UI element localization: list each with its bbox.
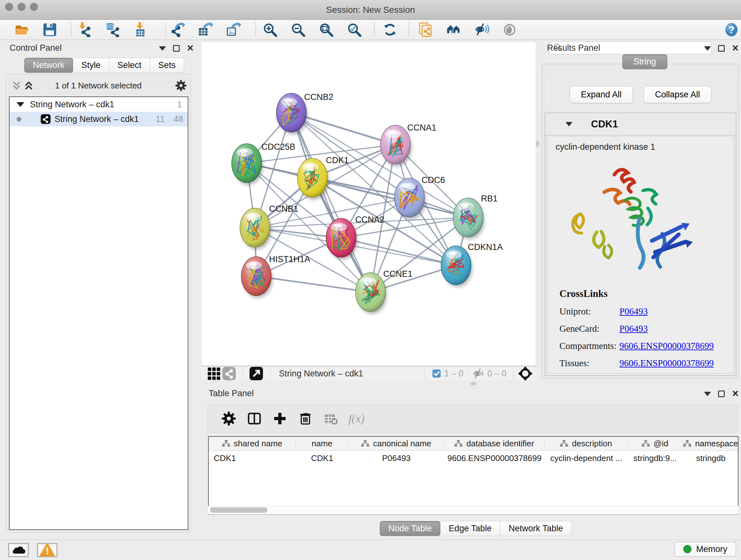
control-panel-title: Control Panel xyxy=(10,43,62,53)
show-graphics-details-icon[interactable] xyxy=(502,22,518,37)
network-options-gear-icon[interactable] xyxy=(175,79,187,92)
tab-select[interactable]: Select xyxy=(109,58,150,73)
panel-menu-icon[interactable] xyxy=(159,46,166,51)
collapse-section-icon[interactable] xyxy=(565,122,572,126)
zoom-window-icon[interactable] xyxy=(30,3,38,11)
string-home-icon[interactable] xyxy=(446,22,461,37)
tab-sets[interactable]: Sets xyxy=(150,58,184,73)
zoom-selected-icon[interactable] xyxy=(347,22,362,37)
zoom-fit-content-icon[interactable] xyxy=(319,22,334,37)
save-session-icon[interactable] xyxy=(42,22,57,37)
memory-button[interactable]: Memory xyxy=(675,542,736,557)
import-network-from-database-icon[interactable] xyxy=(105,22,120,37)
network-graph[interactable]: CCNB2CCNA1CDC25BCDK1CDC6RB1CCNB1CCNA2CDK… xyxy=(201,42,536,366)
table-cell[interactable]: stringdb:9... xyxy=(628,451,683,465)
column-header-namespace[interactable]: namespace xyxy=(683,437,739,450)
cloud-status-button[interactable] xyxy=(8,543,29,557)
column-header-@id[interactable]: @id xyxy=(628,437,683,450)
zoom-in-icon[interactable] xyxy=(262,22,278,37)
edge-HIST1H1A-CCNE1[interactable] xyxy=(256,276,370,292)
table-cell[interactable]: P06493 xyxy=(348,451,444,465)
toolbar-separator xyxy=(255,22,256,37)
export-table-icon[interactable] xyxy=(198,22,213,37)
function-builder-icon[interactable]: f(x) xyxy=(348,410,365,427)
horizontal-scrollbar[interactable] xyxy=(208,506,738,514)
horizontal-splitter-handle[interactable] xyxy=(470,382,476,385)
column-header-canonical-name[interactable]: canonical name xyxy=(348,437,444,450)
scrollbar-thumb[interactable] xyxy=(210,507,267,513)
toolbar-separator xyxy=(165,22,166,37)
tab-string[interactable]: String xyxy=(622,54,667,69)
panel-menu-icon[interactable] xyxy=(704,392,711,396)
network-collection-row[interactable]: String Network – cdk1 1 xyxy=(10,97,188,112)
node-table[interactable]: shared namenamecanonical namedatabase id… xyxy=(208,436,738,515)
collapse-all-button[interactable]: Collapse All xyxy=(644,86,711,103)
tab-node-table[interactable]: Node Table xyxy=(380,521,441,536)
tab-network-table[interactable]: Network Table xyxy=(500,521,572,536)
hide-graphics-details-icon[interactable] xyxy=(474,22,489,37)
import-table-from-file-icon[interactable] xyxy=(133,22,148,37)
protein-card-header[interactable]: CDK1 xyxy=(545,113,736,135)
table-cell[interactable]: CDK1 xyxy=(209,451,296,465)
refresh-layout-icon[interactable] xyxy=(382,22,398,37)
crosslink-link[interactable]: 9606.ENSP00000378699 xyxy=(619,358,714,368)
crosslinks-list: Uniprot: P06493GeneCard: P06493Compartme… xyxy=(559,306,734,374)
open-session-icon[interactable] xyxy=(14,22,29,37)
column-label: shared name xyxy=(234,439,282,449)
delete-table-icon[interactable] xyxy=(323,410,339,427)
column-header-name[interactable]: name xyxy=(296,437,348,450)
tab-edge-table[interactable]: Edge Table xyxy=(441,521,500,536)
node-label-CDC25B: CDC25B xyxy=(261,142,295,152)
table-settings-icon[interactable] xyxy=(220,410,237,427)
export-network-icon[interactable] xyxy=(170,22,185,37)
delete-column-icon[interactable] xyxy=(297,410,314,427)
table-cell[interactable]: 9606.ENSP00000378699 xyxy=(444,451,545,465)
crosslink-link[interactable]: 9606.ENSP00000378699 xyxy=(619,341,714,351)
panel-menu-icon[interactable] xyxy=(704,46,711,51)
warnings-button[interactable] xyxy=(37,543,57,557)
column-header-database-identifier[interactable]: database identifier xyxy=(444,437,545,450)
panel-close-icon[interactable]: ✕ xyxy=(732,44,739,53)
help-icon[interactable]: ? xyxy=(724,22,739,37)
add-column-icon[interactable] xyxy=(272,410,288,427)
show-columns-icon[interactable] xyxy=(246,410,263,427)
import-network-from-file-icon[interactable] xyxy=(77,22,92,37)
share-view-icon[interactable] xyxy=(221,366,237,381)
zoom-out-icon[interactable] xyxy=(290,22,306,37)
tab-style[interactable]: Style xyxy=(73,58,109,73)
column-header-shared-name[interactable]: shared name xyxy=(209,437,296,450)
selected-checkbox-icon[interactable] xyxy=(432,369,441,378)
network-from-selection-icon[interactable] xyxy=(418,22,433,37)
birdseye-navigator-icon[interactable] xyxy=(518,366,533,381)
column-header-description[interactable]: description xyxy=(545,437,628,450)
table-row[interactable]: CDK1CDK1P064939606.ENSP00000378699cyclin… xyxy=(209,451,738,465)
crosslink-link[interactable]: P06493 xyxy=(619,323,648,334)
panel-float-icon[interactable] xyxy=(718,45,725,52)
collapse-tree-icon[interactable] xyxy=(17,102,24,107)
table-cell[interactable]: cyclin-dependent ... xyxy=(545,451,628,465)
panel-close-icon[interactable]: ✕ xyxy=(732,389,739,398)
expand-all-button[interactable]: Expand All xyxy=(569,86,633,103)
network-row-selected[interactable]: String Network – cdk1 11 48 xyxy=(10,112,188,126)
table-cell[interactable]: stringdb xyxy=(683,451,739,465)
export-image-icon[interactable] xyxy=(226,22,241,37)
table-panel: Table Panel ✕ f(x) shared namenamecanoni… xyxy=(199,386,741,538)
close-window-icon[interactable] xyxy=(5,3,13,11)
network-view[interactable]: CCNB2CCNA1CDC25BCDK1CDC6RB1CCNB1CCNA2CDK… xyxy=(201,42,536,366)
detach-view-icon[interactable] xyxy=(249,366,264,381)
edge-CCNA2-CDKN1A[interactable] xyxy=(341,238,456,265)
panel-close-icon[interactable]: ✕ xyxy=(187,44,194,53)
tab-network[interactable]: Network xyxy=(24,58,73,73)
edge-CCNB2-CCNE1[interactable] xyxy=(291,113,370,292)
vertical-splitter-handle[interactable] xyxy=(536,140,539,147)
window-title: Session: New Session xyxy=(326,5,415,15)
panel-float-icon[interactable] xyxy=(173,45,180,52)
results-panel: Results Panel ✕ String Expand All Collap… xyxy=(540,42,741,380)
minimize-window-icon[interactable] xyxy=(17,3,25,11)
crosslink-link[interactable]: P06493 xyxy=(619,306,648,317)
panel-float-icon[interactable] xyxy=(718,390,725,397)
tree-column-icon xyxy=(560,440,568,447)
table-header-row: shared namenamecanonical namedatabase id… xyxy=(209,437,738,451)
table-cell[interactable]: CDK1 xyxy=(296,451,348,465)
grid-view-icon[interactable] xyxy=(206,366,221,381)
